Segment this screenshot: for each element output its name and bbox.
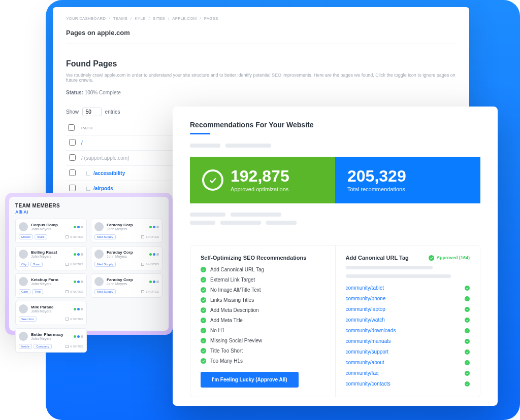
recommendations-title: Recommendations For Your Website xyxy=(190,121,480,129)
member-tag[interactable]: Corn xyxy=(19,289,30,294)
member-tag[interactable]: Med Supply xyxy=(94,289,116,294)
team-member-card[interactable]: Boiling RoastJohn MeyersCityTown6 NOTES xyxy=(15,246,87,270)
member-tag[interactable]: Seen For xyxy=(19,317,37,322)
canonical-url-link[interactable]: community/watch xyxy=(346,317,385,323)
select-all-checkbox[interactable] xyxy=(68,124,75,131)
note-icon xyxy=(141,263,144,266)
member-name: Corpus Comp xyxy=(31,223,58,227)
row-checkbox[interactable] xyxy=(69,139,76,146)
team-subtitle: Alli AI xyxy=(15,209,162,215)
check-icon xyxy=(201,328,206,333)
breadcrumb-item[interactable]: KYLE xyxy=(135,16,145,21)
canonical-url-link[interactable]: community/about xyxy=(346,360,384,365)
seo-rec-item[interactable]: Add Meta Description xyxy=(201,307,325,313)
pages-title: Pages on apple.com xyxy=(66,29,456,37)
check-icon xyxy=(465,371,470,376)
member-name: Better Pharmacy xyxy=(31,332,63,337)
member-notes[interactable]: 6 NOTES xyxy=(66,235,83,238)
member-sub: John Meyers xyxy=(31,309,53,313)
canonical-url-link[interactable]: community/contacts xyxy=(346,381,391,387)
member-tag[interactable]: Store xyxy=(35,234,47,239)
row-checkbox[interactable] xyxy=(69,185,76,191)
team-member-card[interactable]: Faraday CorpJohn MeyersMed Supply6 NOTES xyxy=(91,219,162,243)
check-circle-icon xyxy=(202,169,223,191)
team-member-card[interactable]: Faraday CorpJohn MeyersMed Supply6 NOTES xyxy=(91,246,162,270)
entries-select[interactable]: 50 xyxy=(82,108,102,116)
member-tag[interactable]: Company xyxy=(34,344,52,349)
member-tag[interactable]: Master xyxy=(19,234,33,239)
row-checkbox[interactable] xyxy=(69,154,76,161)
team-member-card[interactable]: Faraday CorpJohn MeyersMed Supply6 NOTES xyxy=(91,273,162,298)
canonical-url-link[interactable]: community/support xyxy=(346,349,388,355)
status-dots xyxy=(74,226,83,228)
seo-rec-item[interactable]: Add Meta Title xyxy=(201,318,325,323)
breadcrumb-item[interactable]: YOUR DASHBOARD xyxy=(66,16,106,21)
kpi-approved: 192,875 Approved optimizations xyxy=(190,157,335,203)
member-notes[interactable]: 6 NOTES xyxy=(141,290,159,293)
canonical-url-link[interactable]: community/downloads xyxy=(346,328,396,333)
row-checkbox[interactable] xyxy=(69,169,76,176)
avatar xyxy=(19,332,28,341)
note-icon xyxy=(141,235,144,238)
page-path-link[interactable]: /airpods xyxy=(93,186,113,191)
member-notes[interactable]: 6 NOTES xyxy=(66,318,83,321)
member-tag[interactable]: Tree xyxy=(32,289,43,294)
note-icon xyxy=(66,290,69,293)
check-icon xyxy=(465,318,470,323)
canonical-url-row: community/downloads xyxy=(346,328,470,333)
team-member-card[interactable]: Milk ParadeJohn MeyersSeen For6 NOTES xyxy=(15,301,87,325)
team-member-card[interactable]: Better PharmacyJohn MeyersInsideCompany6… xyxy=(15,328,87,353)
page-path-link[interactable]: /accessibility xyxy=(93,170,125,176)
seo-rec-item[interactable]: Too Many H1s xyxy=(201,358,325,364)
check-icon xyxy=(465,296,470,301)
canonical-url-link[interactable]: community/phone xyxy=(346,296,386,301)
member-name: Faraday Corp xyxy=(107,250,133,255)
member-tag[interactable]: Inside xyxy=(19,344,32,349)
page-path-link[interactable]: / (support.apple.com) xyxy=(81,155,129,161)
member-tag[interactable]: Town xyxy=(30,262,43,267)
canonical-url-link[interactable]: community/manuals xyxy=(346,338,391,344)
member-tag[interactable]: City xyxy=(19,262,29,267)
status-dots xyxy=(74,308,83,310)
member-sub: John Meyers xyxy=(107,282,133,286)
member-notes[interactable]: 6 NOTES xyxy=(66,345,83,348)
seo-rec-item[interactable]: Add Canonical URL Tag xyxy=(201,267,325,272)
canonical-url-link[interactable]: community/tablet xyxy=(346,285,384,291)
canonical-url-link[interactable]: community/faq xyxy=(346,370,379,376)
breadcrumb-item[interactable]: APPLE.COM xyxy=(172,16,197,21)
team-member-card[interactable]: Ketchup FarmJohn MeyersCornTree6 NOTES xyxy=(15,273,87,298)
status-line: Status: 100% Complete xyxy=(66,90,456,95)
member-notes[interactable]: 6 NOTES xyxy=(66,290,83,293)
seo-rec-item[interactable]: Missing Social Preview xyxy=(201,338,325,343)
breadcrumb-item[interactable]: SITES xyxy=(153,16,165,21)
seo-rec-item[interactable]: No Image Alt/Title Text xyxy=(201,287,325,293)
member-notes[interactable]: 6 NOTES xyxy=(141,235,159,238)
member-notes[interactable]: 6 NOTES xyxy=(66,263,83,266)
check-icon xyxy=(201,307,206,313)
seo-rec-item[interactable]: Links Missing Titles xyxy=(201,297,325,303)
note-icon xyxy=(66,263,69,266)
seo-rec-item[interactable]: External Link Target xyxy=(201,277,325,283)
avatar xyxy=(19,250,28,259)
member-name: Milk Parade xyxy=(31,305,53,309)
status-dots xyxy=(74,253,83,256)
status-dots xyxy=(149,281,159,283)
check-icon xyxy=(201,318,206,323)
member-tag[interactable]: Med Supply xyxy=(94,234,116,239)
canonical-url-link[interactable]: community/laptop xyxy=(346,306,385,312)
breadcrumb-item[interactable]: TEAMS xyxy=(113,16,127,21)
approved-count: 192,875 xyxy=(231,168,289,184)
seo-rec-item[interactable]: Title Too Short xyxy=(201,348,325,354)
approve-all-button[interactable]: I'm Feeling Lucky (Approve All) xyxy=(201,372,299,388)
status-dots xyxy=(74,335,83,338)
check-icon xyxy=(201,338,206,343)
check-icon xyxy=(429,255,434,261)
note-icon xyxy=(66,345,69,348)
page-path-link[interactable]: / xyxy=(81,140,83,146)
member-tag[interactable]: Med Supply xyxy=(94,262,116,267)
team-member-card[interactable]: Corpus CompJohn MeyersMasterStore6 NOTES xyxy=(15,219,87,243)
check-icon xyxy=(201,358,206,364)
breadcrumb-item[interactable]: PAGES xyxy=(204,16,218,21)
seo-rec-item[interactable]: No H1 xyxy=(201,328,325,333)
member-notes[interactable]: 6 NOTES xyxy=(141,263,159,266)
